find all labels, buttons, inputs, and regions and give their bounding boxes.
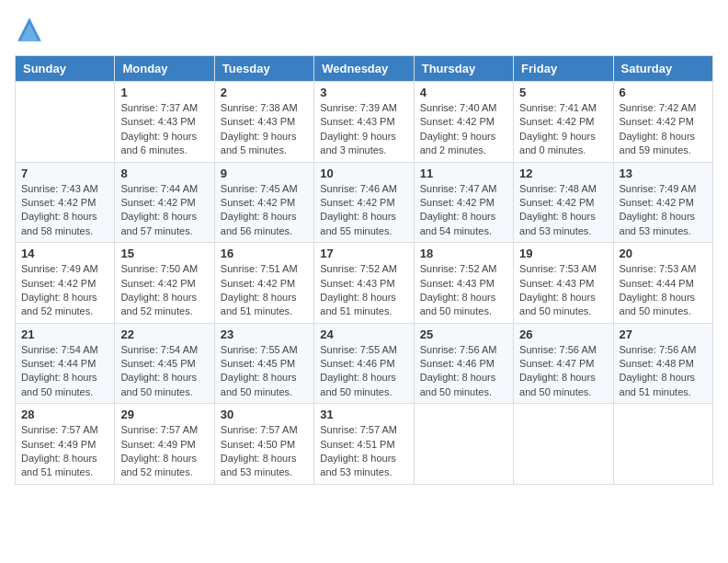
calendar-cell: 18Sunrise: 7:52 AM Sunset: 4:43 PM Dayli…: [414, 243, 513, 324]
calendar-cell: [16, 82, 115, 163]
day-info: Sunrise: 7:57 AM Sunset: 4:49 PM Dayligh…: [21, 423, 108, 480]
calendar-header-row: SundayMondayTuesdayWednesdayThursdayFrid…: [16, 56, 713, 82]
day-number: 18: [420, 247, 507, 260]
calendar-week-row: 7Sunrise: 7:43 AM Sunset: 4:42 PM Daylig…: [16, 162, 713, 243]
day-number: 11: [420, 167, 507, 180]
day-number: 15: [120, 247, 208, 260]
day-number: 10: [320, 167, 407, 180]
day-info: Sunrise: 7:54 AM Sunset: 4:45 PM Dayligh…: [120, 343, 208, 400]
day-of-week-header: Friday: [514, 56, 613, 82]
day-info: Sunrise: 7:40 AM Sunset: 4:42 PM Dayligh…: [420, 101, 507, 158]
calendar-cell: 14Sunrise: 7:49 AM Sunset: 4:42 PM Dayli…: [16, 243, 115, 324]
day-number: 5: [519, 86, 607, 99]
day-number: 30: [221, 408, 308, 421]
day-number: 4: [420, 86, 507, 99]
calendar-cell: [514, 404, 613, 485]
day-info: Sunrise: 7:52 AM Sunset: 4:43 PM Dayligh…: [420, 262, 507, 319]
calendar-cell: 29Sunrise: 7:57 AM Sunset: 4:49 PM Dayli…: [115, 404, 214, 485]
day-info: Sunrise: 7:56 AM Sunset: 4:46 PM Dayligh…: [420, 343, 507, 400]
day-info: Sunrise: 7:56 AM Sunset: 4:48 PM Dayligh…: [620, 343, 707, 400]
day-number: 16: [221, 247, 308, 260]
day-info: Sunrise: 7:47 AM Sunset: 4:42 PM Dayligh…: [420, 182, 507, 239]
day-info: Sunrise: 7:55 AM Sunset: 4:45 PM Dayligh…: [221, 343, 308, 400]
calendar-cell: 15Sunrise: 7:50 AM Sunset: 4:42 PM Dayli…: [115, 243, 214, 324]
calendar-cell: 9Sunrise: 7:45 AM Sunset: 4:42 PM Daylig…: [214, 162, 313, 243]
calendar-cell: 22Sunrise: 7:54 AM Sunset: 4:45 PM Dayli…: [115, 323, 214, 404]
day-info: Sunrise: 7:53 AM Sunset: 4:44 PM Dayligh…: [620, 262, 707, 319]
day-number: 3: [320, 86, 407, 99]
day-info: Sunrise: 7:53 AM Sunset: 4:43 PM Dayligh…: [519, 262, 607, 319]
calendar-cell: 27Sunrise: 7:56 AM Sunset: 4:48 PM Dayli…: [613, 323, 712, 404]
calendar-cell: [613, 404, 712, 485]
calendar-cell: 28Sunrise: 7:57 AM Sunset: 4:49 PM Dayli…: [16, 404, 115, 485]
day-number: 27: [620, 327, 707, 341]
day-of-week-header: Tuesday: [214, 56, 313, 82]
day-info: Sunrise: 7:41 AM Sunset: 4:42 PM Dayligh…: [519, 101, 607, 158]
day-number: 14: [21, 247, 108, 260]
calendar-cell: 31Sunrise: 7:57 AM Sunset: 4:51 PM Dayli…: [314, 404, 414, 485]
day-info: Sunrise: 7:44 AM Sunset: 4:42 PM Dayligh…: [120, 182, 208, 239]
day-info: Sunrise: 7:50 AM Sunset: 4:42 PM Dayligh…: [120, 262, 208, 319]
calendar-cell: 3Sunrise: 7:39 AM Sunset: 4:43 PM Daylig…: [314, 82, 414, 163]
day-number: 21: [21, 327, 108, 341]
calendar-cell: 13Sunrise: 7:49 AM Sunset: 4:42 PM Dayli…: [613, 162, 712, 243]
day-info: Sunrise: 7:48 AM Sunset: 4:42 PM Dayligh…: [519, 182, 607, 239]
page-header: [15, 15, 713, 44]
day-info: Sunrise: 7:52 AM Sunset: 4:43 PM Dayligh…: [320, 262, 407, 319]
day-info: Sunrise: 7:51 AM Sunset: 4:42 PM Dayligh…: [221, 262, 308, 319]
day-number: 7: [21, 167, 108, 180]
calendar-cell: 24Sunrise: 7:55 AM Sunset: 4:46 PM Dayli…: [314, 323, 414, 404]
day-info: Sunrise: 7:57 AM Sunset: 4:50 PM Dayligh…: [221, 423, 308, 480]
day-of-week-header: Monday: [115, 56, 214, 82]
calendar-week-row: 1Sunrise: 7:37 AM Sunset: 4:43 PM Daylig…: [16, 82, 713, 163]
day-number: 20: [620, 247, 707, 260]
calendar-cell: 5Sunrise: 7:41 AM Sunset: 4:42 PM Daylig…: [514, 82, 613, 163]
calendar-week-row: 14Sunrise: 7:49 AM Sunset: 4:42 PM Dayli…: [16, 243, 713, 324]
calendar-cell: 17Sunrise: 7:52 AM Sunset: 4:43 PM Dayli…: [314, 243, 414, 324]
calendar-cell: 1Sunrise: 7:37 AM Sunset: 4:43 PM Daylig…: [115, 82, 214, 163]
calendar-cell: 21Sunrise: 7:54 AM Sunset: 4:44 PM Dayli…: [16, 323, 115, 404]
day-of-week-header: Sunday: [16, 56, 115, 82]
calendar-cell: 26Sunrise: 7:56 AM Sunset: 4:47 PM Dayli…: [514, 323, 613, 404]
day-info: Sunrise: 7:49 AM Sunset: 4:42 PM Dayligh…: [21, 262, 108, 319]
day-info: Sunrise: 7:37 AM Sunset: 4:43 PM Dayligh…: [120, 101, 208, 158]
day-of-week-header: Thursday: [414, 56, 513, 82]
day-info: Sunrise: 7:43 AM Sunset: 4:42 PM Dayligh…: [21, 182, 108, 239]
calendar-cell: 4Sunrise: 7:40 AM Sunset: 4:42 PM Daylig…: [414, 82, 513, 163]
day-info: Sunrise: 7:38 AM Sunset: 4:43 PM Dayligh…: [221, 101, 308, 158]
day-info: Sunrise: 7:45 AM Sunset: 4:42 PM Dayligh…: [221, 182, 308, 239]
day-number: 23: [221, 327, 308, 341]
day-number: 24: [320, 327, 407, 341]
calendar-cell: 11Sunrise: 7:47 AM Sunset: 4:42 PM Dayli…: [414, 162, 513, 243]
calendar-cell: 20Sunrise: 7:53 AM Sunset: 4:44 PM Dayli…: [613, 243, 712, 324]
day-number: 31: [320, 408, 407, 421]
day-number: 9: [221, 167, 308, 180]
logo: [15, 15, 48, 44]
day-number: 13: [620, 167, 707, 180]
calendar-cell: 10Sunrise: 7:46 AM Sunset: 4:42 PM Dayli…: [314, 162, 414, 243]
calendar-cell: 8Sunrise: 7:44 AM Sunset: 4:42 PM Daylig…: [115, 162, 214, 243]
day-info: Sunrise: 7:56 AM Sunset: 4:47 PM Dayligh…: [519, 343, 607, 400]
day-number: 1: [120, 86, 208, 99]
day-number: 26: [519, 327, 607, 341]
day-number: 2: [221, 86, 308, 99]
day-info: Sunrise: 7:55 AM Sunset: 4:46 PM Dayligh…: [320, 343, 407, 400]
day-number: 12: [519, 167, 607, 180]
day-number: 6: [620, 86, 707, 99]
calendar-cell: 19Sunrise: 7:53 AM Sunset: 4:43 PM Dayli…: [514, 243, 613, 324]
calendar-cell: [414, 404, 513, 485]
day-info: Sunrise: 7:46 AM Sunset: 4:42 PM Dayligh…: [320, 182, 407, 239]
calendar-cell: 7Sunrise: 7:43 AM Sunset: 4:42 PM Daylig…: [16, 162, 115, 243]
day-info: Sunrise: 7:57 AM Sunset: 4:49 PM Dayligh…: [120, 423, 208, 480]
day-number: 19: [519, 247, 607, 260]
day-number: 28: [21, 408, 108, 421]
day-of-week-header: Saturday: [613, 56, 712, 82]
calendar-cell: 25Sunrise: 7:56 AM Sunset: 4:46 PM Dayli…: [414, 323, 513, 404]
day-info: Sunrise: 7:54 AM Sunset: 4:44 PM Dayligh…: [21, 343, 108, 400]
day-number: 22: [120, 327, 208, 341]
calendar-cell: 12Sunrise: 7:48 AM Sunset: 4:42 PM Dayli…: [514, 162, 613, 243]
calendar-week-row: 28Sunrise: 7:57 AM Sunset: 4:49 PM Dayli…: [16, 404, 713, 485]
calendar-cell: 30Sunrise: 7:57 AM Sunset: 4:50 PM Dayli…: [214, 404, 313, 485]
day-info: Sunrise: 7:42 AM Sunset: 4:42 PM Dayligh…: [620, 101, 707, 158]
day-info: Sunrise: 7:49 AM Sunset: 4:42 PM Dayligh…: [620, 182, 707, 239]
